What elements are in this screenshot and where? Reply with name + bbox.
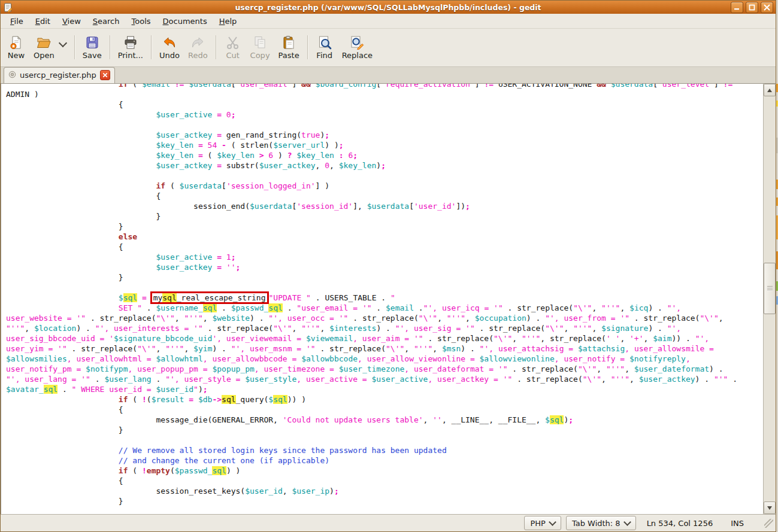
new-button[interactable]: New [3, 33, 29, 61]
new-document-icon [9, 35, 23, 50]
tab-width-selector[interactable]: Tab Width: 8 [566, 516, 636, 530]
code-content: if ( $email != $userdata['user_email'] &… [1, 84, 737, 514]
code-line: $user_actkey = substr($user_actkey, 0, $… [6, 160, 737, 171]
menu-item-documents[interactable]: Documents [157, 15, 213, 28]
toolbar-button-label: New [8, 51, 25, 60]
scroll-down-button[interactable] [764, 501, 776, 514]
scroll-up-button[interactable] [764, 84, 776, 96]
minimize-icon [734, 4, 740, 11]
menu-item-search[interactable]: Search [87, 15, 126, 28]
toolbar-button-label: Save [83, 51, 102, 60]
title-bar[interactable]: usercp_register.php (/var/www/SQL/SQLLab… [1, 1, 776, 14]
text-area[interactable]: if ( $email != $userdata['user_email'] &… [1, 84, 763, 514]
minimize-button[interactable] [731, 2, 743, 13]
code-line: } [6, 496, 737, 506]
copy-button: Copy [246, 33, 274, 61]
language-selector[interactable]: PHP [524, 516, 561, 530]
code-line: message_die(GENERAL_ERROR, 'Could not up… [6, 415, 737, 425]
code-line: } [6, 272, 737, 282]
menu-item-view[interactable]: View [56, 15, 87, 28]
arrow-up-icon [767, 89, 772, 92]
code-line: if ( $email != $userdata['user_email'] &… [6, 84, 737, 89]
tab-label: usercp_register.php [20, 71, 96, 80]
toolbar: NewOpenSavePrint...UndoRedoCutCopyPasteF… [1, 29, 776, 67]
window-controls [731, 2, 773, 13]
undo-icon [162, 35, 177, 50]
code-line: user_sig_bbcode_uid = '$signature_bbcode… [6, 333, 737, 343]
menu-item-edit[interactable]: Edit [29, 15, 56, 28]
cut-icon [226, 35, 240, 50]
document-icon [8, 71, 16, 80]
find-icon [317, 35, 332, 50]
code-line [6, 435, 737, 445]
menu-bar: FileEditViewSearchToolsDocumentsHelp [1, 14, 776, 29]
code-line: $allowsmilies, user_allowhtml = $allowht… [6, 354, 737, 364]
replace-button[interactable]: Replace [338, 33, 377, 61]
code-line: } [6, 425, 737, 435]
undo-button[interactable]: Undo [155, 33, 184, 61]
code-line: session_end($userdata['session_id'], $us… [6, 201, 737, 211]
gedit-icon [3, 2, 13, 13]
print-button[interactable]: Print... [114, 33, 147, 61]
find-button[interactable]: Find [311, 33, 338, 61]
code-line: $key_len = ( $key_len > 6 ) ? $key_len :… [6, 150, 737, 160]
vertical-scrollbar [763, 84, 776, 514]
maximize-button[interactable] [746, 2, 758, 13]
toolbar-button-label: Cut [226, 51, 239, 60]
chevron-down-icon [623, 518, 631, 526]
code-line: if ( !empty($passwd_sql) ) [6, 466, 737, 476]
code-line: $user_actkey = ''; [6, 262, 737, 272]
menu-item-file[interactable]: File [4, 15, 29, 28]
paste-button[interactable]: Paste [274, 33, 304, 61]
code-line: $user_active = 1; [6, 252, 737, 262]
toolbar-button-label: Undo [159, 51, 180, 60]
code-line: if ( !($result = $db->sql_query($sql)) ) [6, 394, 737, 405]
toolbar-separator [216, 35, 216, 59]
chevron-down-icon [549, 518, 556, 526]
code-line: session_reset_keys($user_id, $user_ip); [6, 486, 737, 496]
code-line: { [6, 405, 737, 415]
toolbar-separator [74, 35, 75, 59]
editor-area: if ( $email != $userdata['user_email'] &… [1, 84, 776, 514]
toolbar-button-label: Paste [278, 51, 299, 60]
open-dropdown-chevron-icon[interactable] [59, 38, 67, 47]
copy-icon [253, 35, 267, 50]
redo-icon [190, 35, 205, 50]
replace-icon [350, 35, 364, 50]
code-line [6, 120, 737, 130]
close-button[interactable] [761, 2, 773, 13]
code-line: $user_actkey = gen_rand_string(true); [6, 130, 737, 140]
toolbar-separator [151, 35, 152, 59]
arrow-down-icon [767, 506, 772, 510]
code-line [6, 171, 737, 181]
menu-item-tools[interactable]: Tools [126, 15, 157, 28]
code-line: "''", $location) . "', user_interests = … [6, 323, 737, 333]
toolbar-button-label: Copy [250, 51, 270, 60]
toolbar-separator [110, 35, 110, 59]
code-line: SET " . $username_sql . $passwd_sql . "u… [6, 303, 737, 313]
code-line: { [6, 191, 737, 201]
code-line: user_yim = '" . str_replace("\'", "''", … [6, 343, 737, 354]
toolbar-button-label: Print... [118, 51, 143, 60]
print-icon [123, 35, 138, 50]
code-line: { [6, 242, 737, 252]
scrollbar-thumb[interactable] [764, 263, 776, 314]
tab-width-value: Tab Width: 8 [572, 519, 620, 528]
open-button[interactable]: Open [29, 33, 59, 61]
tab-close-button[interactable] [100, 70, 110, 80]
scrollbar-track[interactable] [764, 96, 776, 501]
code-line: $avatar_sql . " WHERE user_id = $user_id… [6, 384, 737, 394]
code-line: user_website = '" . str_replace("\'", "'… [6, 313, 737, 323]
resize-grip[interactable] [764, 519, 773, 528]
close-icon [764, 4, 770, 11]
paste-icon [281, 35, 296, 50]
toolbar-button-label: Replace [342, 51, 373, 60]
document-tab[interactable]: usercp_register.php [4, 67, 115, 83]
code-line: "', user_lang = '" . $user_lang . "', us… [6, 374, 737, 384]
maximize-icon [749, 4, 755, 11]
code-line: { [6, 476, 737, 486]
window-title: usercp_register.php (/var/www/SQL/SQLLab… [1, 3, 776, 12]
code-line: // We remove all stored login keys since… [6, 445, 737, 455]
menu-item-help[interactable]: Help [213, 15, 243, 28]
save-button[interactable]: Save [78, 33, 106, 61]
